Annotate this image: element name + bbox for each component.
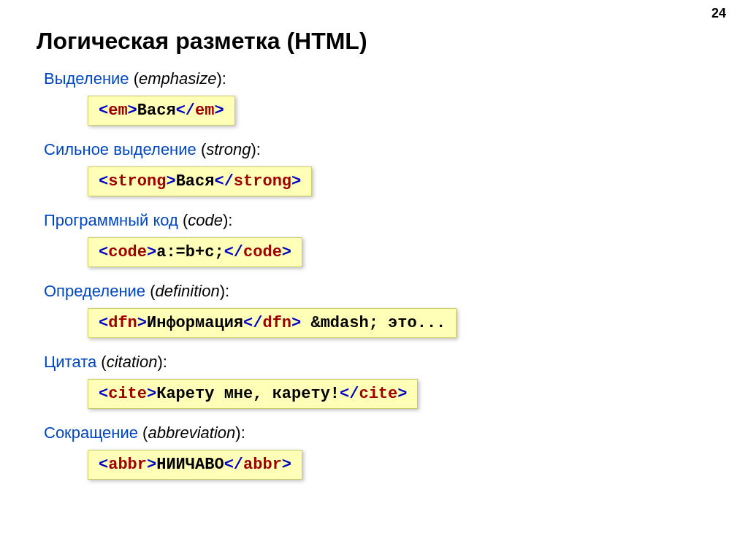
section-label-strong: Сильное выделение (strong): [44, 140, 711, 159]
extra-text: &mdash; это... [301, 314, 446, 332]
tag-name: em [195, 101, 214, 120]
code-box-em: <em>Вася</em> [88, 96, 235, 126]
tag-name: cite [359, 385, 397, 403]
tag-content: Вася [176, 172, 215, 191]
angle-open: </ [243, 314, 262, 332]
angle-close: > [147, 456, 156, 474]
angle-close: > [291, 172, 301, 191]
tag-content: a:=b+c; [156, 243, 224, 261]
angle-close: > [282, 243, 291, 261]
code-box-cite: <cite>Карету мне, карету!</cite> [88, 379, 418, 409]
tag-name: code [243, 243, 282, 261]
label-ru: Сильное выделение [44, 140, 196, 158]
code-box-dfn: <dfn>Информация</dfn> &mdash; это... [88, 308, 457, 338]
code-box-abbr: <abbr>НИИЧАВО</abbr> [88, 450, 302, 480]
angle-open: </ [214, 172, 233, 191]
label-en: abbreviation [148, 423, 235, 442]
tag-name: abbr [243, 456, 282, 474]
tag-name: dfn [108, 314, 137, 332]
angle-open: < [99, 314, 108, 332]
section-label-abbreviation: Сокращение (abbreviation): [44, 423, 711, 442]
tag-name: em [108, 101, 127, 120]
tag-name: code [108, 243, 147, 261]
label-en: definition [156, 282, 220, 300]
label-ru: Цитата [44, 353, 96, 371]
label-ru: Сокращение [44, 423, 138, 442]
tag-name: strong [234, 172, 291, 191]
angle-close: > [137, 314, 147, 332]
angle-open: < [99, 172, 108, 191]
label-ru: Выделение [44, 69, 129, 88]
page-number: 24 [711, 6, 726, 21]
tag-name: dfn [262, 314, 291, 332]
angle-open: < [99, 243, 108, 261]
angle-close: > [397, 385, 407, 403]
angle-close: > [128, 101, 137, 120]
angle-close: > [214, 101, 224, 120]
tag-content: Информация [147, 314, 243, 332]
page-title: Логическая разметка (HTML) [37, 28, 711, 55]
label-en: code [188, 211, 223, 229]
section-label-citation: Цитата (citation): [44, 353, 711, 372]
tag-content: Вася [137, 101, 176, 120]
tag-name: strong [108, 172, 166, 191]
angle-open: </ [176, 101, 195, 120]
angle-open: < [99, 101, 108, 120]
section-label-emphasize: Выделение (emphasize): [44, 69, 711, 88]
tag-name: abbr [108, 456, 147, 474]
angle-close: > [291, 314, 301, 332]
tag-name: cite [108, 385, 147, 403]
angle-open: < [99, 456, 108, 474]
label-en: emphasize [139, 69, 216, 88]
angle-close: > [282, 456, 291, 474]
tag-content: НИИЧАВО [156, 456, 224, 474]
code-box-code: <code>a:=b+c;</code> [88, 237, 302, 267]
angle-close: > [147, 243, 156, 261]
angle-open: </ [340, 385, 359, 403]
section-label-definition: Определение (definition): [44, 282, 711, 301]
label-ru: Определение [44, 282, 145, 300]
angle-open: </ [224, 243, 243, 261]
angle-open: </ [224, 456, 243, 474]
tag-content: Карету мне, карету! [156, 385, 340, 403]
angle-close: > [147, 385, 156, 403]
angle-close: > [166, 172, 175, 191]
code-box-strong: <strong>Вася</strong> [88, 166, 312, 196]
label-ru: Программный код [44, 211, 178, 229]
label-en: citation [107, 353, 158, 371]
angle-open: < [99, 385, 108, 403]
label-en: strong [206, 140, 251, 158]
section-label-code: Программный код (code): [44, 211, 711, 230]
